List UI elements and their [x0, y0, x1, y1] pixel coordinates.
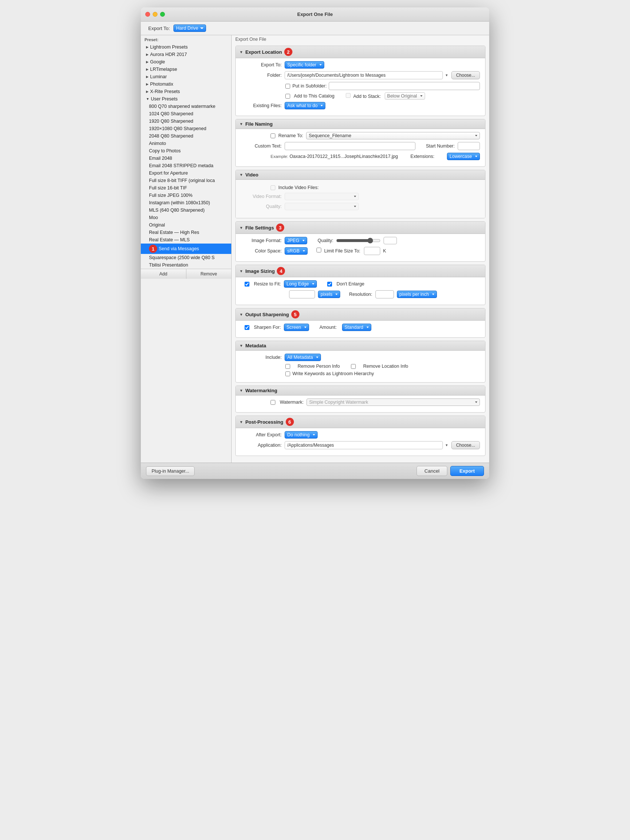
export-to-select[interactable]: Hard Drive — [174, 24, 206, 32]
sidebar-item-preset-mls640[interactable]: MLS (640 Q80 Sharpened) — [141, 207, 231, 214]
minimize-button[interactable] — [153, 12, 158, 17]
sidebar-item-preset-moo[interactable]: Moo — [141, 214, 231, 221]
put-in-subfolder-checkbox[interactable] — [285, 84, 290, 88]
sidebar-item-preset-1024[interactable]: 1024 Q80 Sharpened — [141, 110, 231, 117]
sidebar-item-preset-2048[interactable]: 2048 Q80 Sharpened — [141, 132, 231, 140]
extensions-select[interactable]: Lowercase — [447, 153, 480, 160]
watermark-select-wrapper[interactable]: Simple Copyright Watermark — [306, 398, 480, 406]
watermark-checkbox[interactable] — [270, 400, 275, 405]
resize-to-fit-select[interactable]: Long Edge — [284, 280, 317, 288]
pixels-unit-select[interactable]: pixels — [318, 291, 340, 298]
dont-enlarge-checkbox[interactable] — [327, 282, 332, 287]
quality-slider[interactable] — [336, 238, 381, 243]
image-format-select[interactable]: JPEG — [284, 237, 307, 244]
sidebar-item-preset-tbilisi[interactable]: Tbilisi Presentation — [141, 261, 231, 269]
limit-file-size-checkbox[interactable] — [316, 248, 321, 253]
add-button[interactable]: Add — [141, 269, 186, 279]
sidebar-item-aurora[interactable]: ▶ Aurora HDR 2017 — [141, 51, 231, 58]
limit-file-size-input[interactable]: 100 — [364, 247, 380, 255]
remove-location-checkbox[interactable] — [351, 364, 356, 369]
sidebar-item-preset-fullsize16bit[interactable]: Full size 16-bit TIF — [141, 184, 231, 192]
sidebar-item-preset-squarespace[interactable]: Squarespace (2500 wide Q80 S — [141, 254, 231, 261]
rename-to-select[interactable]: Sequence_Filename — [306, 132, 480, 139]
sidebar-item-preset-fullsizejpeg[interactable]: Full size JPEG 100% — [141, 192, 231, 199]
extensions-select-wrapper[interactable]: Lowercase — [447, 153, 480, 160]
add-to-catalog-checkbox[interactable] — [285, 94, 290, 99]
sidebar-item-google[interactable]: ▶ Google — [141, 58, 231, 66]
video-format-select[interactable] — [284, 193, 359, 200]
export-to-select[interactable]: Specific folder — [284, 61, 324, 69]
sidebar-item-preset-copy[interactable]: Copy to Photos — [141, 147, 231, 155]
video-format-select-wrapper[interactable] — [284, 193, 359, 200]
application-dropdown-arrow[interactable]: ▼ — [445, 443, 448, 447]
export-to-dropdown[interactable]: Hard Drive — [174, 24, 206, 32]
subfolder-input[interactable] — [329, 82, 480, 90]
below-original-select-wrapper[interactable]: Below Original — [385, 92, 425, 100]
existing-files-select[interactable]: Ask what to do — [284, 102, 325, 109]
after-export-select[interactable]: Do nothing — [284, 431, 317, 439]
sidebar-item-preset-1920[interactable]: 1920 Q80 Sharpened — [141, 117, 231, 125]
sidebar-item-preset-fullsize8bit[interactable]: Full size 8-bit TIFF (original loca — [141, 177, 231, 184]
watermark-select[interactable]: Simple Copyright Watermark — [306, 398, 480, 406]
after-export-select-wrapper[interactable]: Do nothing — [284, 431, 317, 439]
sharpen-for-select[interactable]: Screen — [284, 324, 309, 331]
export-to-select-wrapper[interactable]: Hard Drive — [174, 24, 206, 32]
amount-select-wrapper[interactable]: Standard — [342, 324, 371, 331]
add-to-stack-checkbox[interactable] — [346, 93, 351, 98]
include-select[interactable]: All Metadata — [284, 354, 321, 361]
include-video-checkbox[interactable] — [270, 185, 275, 190]
existing-files-select-wrapper[interactable]: Ask what to do — [284, 102, 325, 109]
sidebar-item-photomatix[interactable]: ▶ Photomatix — [141, 81, 231, 88]
quality-value-input[interactable]: 80 — [384, 237, 397, 244]
sidebar-item-preset-sendmessages[interactable]: 1 Send via Messages — [141, 243, 231, 254]
sharpen-for-checkbox[interactable] — [245, 325, 249, 330]
sidebar-item-xrite[interactable]: ▶ X-Rite Presets — [141, 88, 231, 95]
resize-to-fit-checkbox[interactable] — [245, 282, 249, 287]
resolution-input[interactable]: 72 — [376, 290, 394, 298]
sidebar-item-preset-realestate-mls[interactable]: Real Estate — MLS — [141, 236, 231, 243]
sidebar-item-preset-800[interactable]: 800 Q70 sharpened watermarke — [141, 103, 231, 110]
path-dropdown-arrow[interactable]: ▼ — [445, 73, 448, 77]
sidebar-item-preset-animoto[interactable]: Animoto — [141, 140, 231, 147]
sharpen-for-select-wrapper[interactable]: Screen — [284, 324, 309, 331]
sidebar-item-preset-realestate-highres[interactable]: Real Estate — High Res — [141, 229, 231, 236]
write-keywords-checkbox[interactable] — [285, 371, 290, 376]
video-quality-select[interactable] — [284, 203, 359, 210]
pixels-input[interactable]: 2,048 — [289, 290, 315, 298]
application-choose-button[interactable]: Choose... — [452, 441, 480, 449]
sidebar-item-preset-original[interactable]: Original — [141, 221, 231, 229]
remove-button[interactable]: Remove — [186, 269, 232, 279]
resolution-unit-select[interactable]: pixels per inch — [397, 291, 437, 298]
close-button[interactable] — [145, 12, 150, 17]
video-quality-select-wrapper[interactable] — [284, 203, 359, 210]
resize-to-fit-select-wrapper[interactable]: Long Edge — [284, 280, 317, 288]
start-number-input[interactable] — [458, 142, 480, 150]
plugin-manager-button[interactable]: Plug-in Manager... — [146, 466, 194, 476]
sidebar-item-user-presets[interactable]: ▼ User Presets — [141, 95, 231, 103]
color-space-select[interactable]: sRGB — [284, 247, 308, 255]
color-space-select-wrapper[interactable]: sRGB — [284, 247, 308, 255]
rename-to-select-wrapper[interactable]: Sequence_Filename — [306, 132, 480, 139]
export-to-select-wrapper[interactable]: Specific folder — [284, 61, 324, 69]
pixels-unit-select-wrapper[interactable]: pixels — [318, 291, 340, 298]
custom-text-input[interactable] — [284, 142, 415, 150]
sidebar-item-preset-email2048stripped[interactable]: Email 2048 STRIPPED metada — [141, 162, 231, 169]
resolution-unit-select-wrapper[interactable]: pixels per inch — [397, 291, 437, 298]
below-original-select[interactable]: Below Original — [385, 92, 425, 100]
sidebar-item-preset-email2048[interactable]: Email 2048 — [141, 155, 231, 162]
sidebar-item-preset-1920x1080[interactable]: 1920×1080 Q80 Sharpened — [141, 125, 231, 132]
choose-button[interactable]: Choose... — [452, 71, 480, 79]
cancel-button[interactable]: Cancel — [417, 466, 447, 476]
image-format-select-wrapper[interactable]: JPEG — [284, 237, 307, 244]
include-select-wrapper[interactable]: All Metadata — [284, 354, 321, 361]
sidebar-item-lrtimelapse[interactable]: ▶ LRTimelapse — [141, 66, 231, 73]
sidebar-item-preset-exportaperture[interactable]: Export for Aperture — [141, 169, 231, 177]
sidebar-item-luminar[interactable]: ▶ Luminar — [141, 73, 231, 81]
sidebar-item-preset-instagram[interactable]: Instagram (within 1080x1350) — [141, 199, 231, 207]
maximize-button[interactable] — [160, 12, 165, 17]
rename-to-checkbox[interactable] — [270, 133, 275, 138]
remove-person-checkbox[interactable] — [285, 364, 290, 369]
amount-select[interactable]: Standard — [342, 324, 371, 331]
export-button[interactable]: Export — [450, 466, 484, 476]
sidebar-item-lightroom-presets[interactable]: ▶ Lightroom Presets — [141, 43, 231, 51]
